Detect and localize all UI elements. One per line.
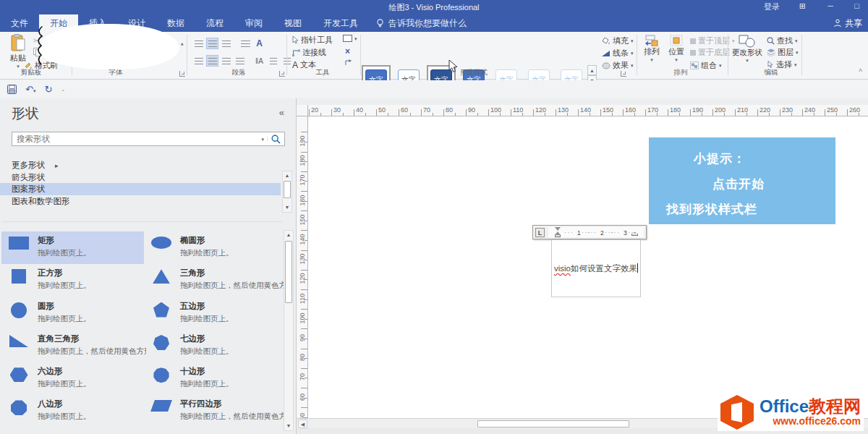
shape-name: 圆形: [38, 301, 144, 312]
horizontal-scroll-thumb[interactable]: [477, 420, 629, 427]
shape-scroll-thumb[interactable]: [285, 241, 292, 303]
text-size-icon[interactable]: A: [253, 38, 265, 49]
shape-desc: 拖到绘图页上。: [38, 314, 144, 324]
shape-scroll-up-icon[interactable]: ▲: [284, 231, 293, 239]
effects-button[interactable]: 效果▾: [602, 60, 634, 71]
align-left-icon[interactable]: [192, 38, 205, 49]
shape-search-input[interactable]: [12, 135, 258, 143]
align-bottom-icon[interactable]: [220, 55, 232, 67]
tip-box-shape[interactable]: 小提示：点击开始找到形状样式栏: [649, 137, 835, 224]
v-ruler-label: 60: [299, 391, 306, 403]
shape-styles-dialog-launcher[interactable]: [621, 71, 626, 77]
shape-item-8[interactable]: 六边形拖到绘图页上。: [1, 362, 144, 395]
align-right-icon[interactable]: [220, 38, 232, 49]
paragraph-dialog-launcher[interactable]: [279, 71, 285, 77]
hanging-indent-marker[interactable]: [555, 234, 561, 237]
shape-desc: 拖到绘图页上。: [38, 412, 144, 422]
stencil-category-0[interactable]: 更多形状▸: [0, 159, 281, 171]
shape-item-2[interactable]: 正方形拖到绘图页上。: [1, 264, 144, 297]
tab-4[interactable]: 数据: [156, 14, 195, 32]
bring-front-icon: [690, 38, 696, 44]
align-middle-icon[interactable]: [206, 55, 218, 67]
tab-5[interactable]: 流程: [195, 14, 234, 32]
minimize-icon[interactable]: ─: [827, 1, 833, 10]
change-shape-button[interactable]: 更改形状 ▾: [732, 35, 762, 63]
shape-list-scrollbar[interactable]: ▲ ▼: [284, 230, 294, 431]
shape-scroll-down-icon[interactable]: ▼: [284, 422, 293, 430]
tab-7[interactable]: 视图: [273, 14, 312, 32]
annotation-blob: [38, 24, 179, 69]
shape-item-10[interactable]: 八边形拖到绘图页上。: [1, 395, 144, 427]
visio-window: 绘图3 - Visio Professional 登录 ⊞ ─ □ 文件开始插入…: [0, 0, 868, 434]
search-icon[interactable]: [271, 135, 281, 144]
maximize-icon[interactable]: □: [854, 1, 859, 10]
redo-button[interactable]: ↻: [44, 84, 52, 95]
align-top-icon[interactable]: [192, 55, 205, 67]
hexagon-shape-icon: [10, 367, 28, 382]
connection-point-button[interactable]: ×: [345, 46, 350, 56]
justify-icon[interactable]: [234, 55, 246, 67]
shape-item-7[interactable]: 七边形拖到绘图页上。: [144, 330, 284, 362]
align-button[interactable]: 排列 ▾: [641, 35, 663, 62]
ellipse-shape-icon: [151, 237, 171, 249]
category-scrollbar[interactable]: ▲ ▼: [282, 171, 292, 213]
position-button[interactable]: 位置 ▾: [665, 35, 687, 62]
shape-item-5[interactable]: 五边形拖到绘图页上。: [144, 297, 284, 330]
layers-button[interactable]: 图层▾: [767, 47, 799, 58]
save-icon[interactable]: [7, 85, 17, 94]
first-line-indent-marker[interactable]: [555, 227, 561, 231]
undo-button[interactable]: ↶▾: [25, 84, 35, 95]
shape-item-3[interactable]: 三角形拖到绘图页上，然后使用黄色方形...: [144, 264, 284, 297]
shape-name: 矩形: [38, 235, 144, 246]
tab-0[interactable]: 文件: [0, 14, 39, 32]
font-dialog-launcher[interactable]: [179, 71, 185, 77]
shape-item-0[interactable]: 矩形拖到绘图页上。: [1, 231, 144, 264]
text-ruler-strip: 1······2······3······: [548, 227, 644, 237]
shape-item-11[interactable]: 平行四边形拖到绘图页上，然后使用黄色方形...: [144, 395, 284, 427]
fill-button[interactable]: 填充▾: [602, 35, 634, 46]
stencil-category-3[interactable]: 图表和数学图形: [0, 195, 281, 208]
connector-button[interactable]: 连接线: [292, 47, 326, 58]
person-icon: [833, 19, 842, 27]
shape-item-1[interactable]: 椭圆形拖到绘图页上。: [144, 231, 284, 264]
shape-item-4[interactable]: 圆形拖到绘图页上。: [1, 297, 144, 330]
stencil-category-2[interactable]: 图案形状: [0, 183, 281, 195]
category-scroll-down-icon[interactable]: ▼: [283, 203, 292, 212]
sign-in-button[interactable]: 登录: [764, 1, 780, 12]
text-direction-icon[interactable]: ‖A: [253, 55, 265, 67]
vertical-ruler: 1901801701601501401301201101009080706050: [297, 116, 308, 418]
collapse-ribbon-icon[interactable]: ^: [859, 68, 862, 76]
shape-item-6[interactable]: 直角三角形拖到绘图页上，然后使用黄色方形...: [1, 330, 144, 362]
align-center-icon[interactable]: [206, 38, 218, 49]
shape-item-9[interactable]: 十边形拖到绘图页上。: [144, 362, 284, 395]
shape-desc: 拖到绘图页上。: [180, 346, 284, 357]
tab-6[interactable]: 审阅: [234, 14, 273, 32]
search-dropdown-icon[interactable]: ▾: [258, 137, 268, 142]
tell-me-box[interactable]: 告诉我你想要做什么: [376, 14, 467, 32]
h-ruler-label: 140: [580, 106, 591, 114]
text-shape-editing[interactable]: visio如何设置文字效果: [551, 239, 641, 297]
freeform-tool-button[interactable]: [344, 59, 352, 67]
rectangle-tool-button[interactable]: ▾: [343, 35, 357, 42]
tip-line: 找到形状样式栏: [649, 197, 835, 222]
scroll-left-icon[interactable]: ◀: [298, 420, 307, 428]
collapse-panel-icon[interactable]: «: [279, 107, 284, 118]
gallery-up-icon[interactable]: ▲: [587, 65, 597, 75]
pointer-tool-button[interactable]: 指针工具: [292, 35, 333, 46]
v-ruler-label: 50: [299, 411, 306, 418]
category-scroll-up-icon[interactable]: ▲: [283, 171, 292, 180]
shape-desc: 拖到绘图页上。: [38, 248, 144, 258]
stencil-category-1[interactable]: 箭头形状: [0, 171, 281, 184]
line-button[interactable]: 线条▾: [602, 48, 634, 59]
find-button[interactable]: 查找▾: [767, 35, 798, 46]
share-button[interactable]: 共享: [833, 14, 862, 32]
ribbon-display-options-icon[interactable]: ⊞: [799, 1, 806, 11]
tab-8[interactable]: 开发工具: [312, 14, 369, 32]
decrease-indent-icon[interactable]: [267, 55, 279, 67]
tab-selector-button[interactable]: L: [535, 228, 545, 237]
category-scroll-thumb[interactable]: [284, 181, 291, 198]
qat-more-icon[interactable]: ⌄: [61, 87, 65, 92]
bullets-icon[interactable]: [239, 38, 252, 49]
h-ruler-label: 120: [535, 106, 546, 114]
shapes-panel: 形状 « ▾ 更多形状▸箭头形状图案形状图表和数学图形 ▲ ▼ 矩形拖到绘图页上…: [0, 98, 297, 434]
